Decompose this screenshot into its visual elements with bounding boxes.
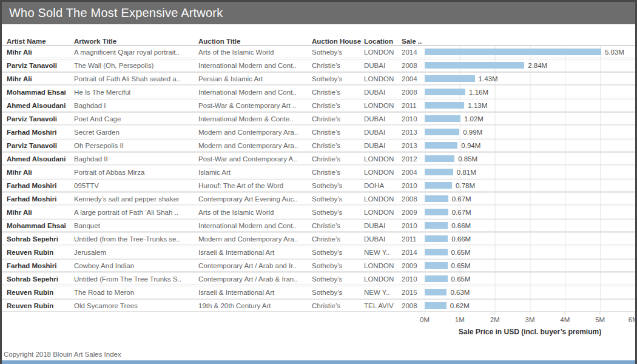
artwork-title-cell: Oh Persepolis II — [74, 142, 198, 149]
table-row[interactable]: Farhad Moshiri Kennedy’s salt and pepper… — [2, 192, 635, 205]
table-row[interactable]: Mohammad Ehsai Banquet International Mod… — [2, 219, 635, 232]
sale-price-bar[interactable] — [425, 182, 452, 189]
artwork-title-cell: A large portrait of Fath ’Ali Shah .. — [74, 209, 198, 216]
table-row[interactable]: Mohammad Ehsai He Is The Merciful Intern… — [2, 86, 635, 98]
table-row[interactable]: Reuven Rubin Old Sycamore Trees 19th & 2… — [2, 299, 635, 312]
column-header-artist-name[interactable]: Artist Name — [2, 38, 74, 45]
sale-year-cell: 2014 — [402, 249, 425, 256]
auction-title-cell: Persian & Islamic Art — [198, 75, 312, 83]
artwork-title-cell: Cowboy And Indian — [74, 262, 198, 269]
artist-name-cell: Parviz Tanavoli — [2, 62, 74, 69]
artist-name-cell: Parviz Tanavoli — [2, 142, 74, 149]
sale-price-bar[interactable] — [425, 222, 448, 229]
bar-value-label: 5.03M — [605, 49, 624, 56]
sale-year-cell: 2011 — [402, 235, 425, 243]
table-row[interactable]: Farhad Moshiri Cowboy And Indian Contemp… — [2, 259, 635, 272]
sale-price-bar[interactable] — [425, 209, 448, 215]
sale-price-bar[interactable] — [425, 102, 464, 109]
artist-name-cell: Reuven Rubin — [2, 289, 74, 296]
location-cell: DUBAI — [364, 62, 402, 69]
sale-price-bar[interactable] — [425, 195, 448, 202]
table-row[interactable]: Sohrab Sepehri Untitled (from the Tree-T… — [2, 232, 635, 245]
table-body: Mihr Ali A magnificent Qajar royal portr… — [2, 46, 635, 312]
location-cell: LONDON — [364, 169, 402, 176]
table-row[interactable]: Farhad Moshiri Secret Garden Modern and … — [2, 126, 635, 138]
auction-house-cell: Christie’s — [312, 129, 364, 136]
column-header-sale[interactable]: Sale .. — [402, 38, 425, 45]
auction-title-cell: Post-War & Contemporary Art .. — [198, 102, 312, 109]
bar-cell: 0.62M — [425, 302, 635, 309]
artist-name-cell: Mohammad Ehsai — [2, 222, 74, 229]
table-row[interactable]: Parviz Tanavoli Oh Persepolis II Modern … — [2, 139, 635, 152]
sale-price-bar[interactable] — [425, 129, 459, 135]
bottom-accent-strip — [2, 360, 635, 364]
sale-price-bar[interactable] — [425, 155, 454, 162]
table-row[interactable]: Reuven Rubin Jerusalem Israeli & Interna… — [2, 246, 635, 258]
column-header-artwork-title[interactable]: Artwork Title — [74, 38, 198, 45]
auction-title-cell: International Modern and Cont.. — [198, 89, 312, 96]
table-row[interactable]: Mihr Ali Portrait of Abbas Mirza Islamic… — [2, 166, 635, 178]
artwork-title-cell: Old Sycamore Trees — [74, 302, 198, 309]
column-header-auction-house[interactable]: Auction House — [312, 38, 364, 45]
table-row[interactable]: Parviz Tanavoli The Wall (Oh, Persepolis… — [2, 59, 635, 72]
column-header-row: Artist NameArtwork TitleAuction TitleAuc… — [2, 34, 635, 46]
table-row[interactable]: Farhad Moshiri 095TTV Hurouf: The Art of… — [2, 179, 635, 192]
sale-price-bar[interactable] — [425, 115, 460, 122]
sale-price-bar[interactable] — [425, 89, 465, 95]
sale-year-cell: 2008 — [402, 195, 425, 203]
table-row[interactable]: Reuven Rubin The Road to Meron Israeli &… — [2, 286, 635, 298]
bar-cell: 0.94M — [425, 142, 635, 149]
sale-year-cell: 2010 — [402, 275, 425, 283]
location-cell: DUBAI — [364, 235, 402, 243]
auction-house-cell: Christie’s — [312, 155, 364, 163]
sale-year-cell: 2004 — [402, 169, 425, 176]
bar-cell: 0.67M — [425, 209, 635, 216]
auction-house-cell: Sotheby’s — [312, 249, 364, 256]
sale-price-bar[interactable] — [425, 289, 447, 295]
bar-cell: 2.84M — [425, 62, 635, 69]
location-cell: LONDON — [364, 75, 402, 83]
sale-price-bar[interactable] — [425, 169, 453, 175]
auction-title-cell: Hurouf: The Art of the Word — [198, 182, 312, 189]
table-row[interactable]: Ahmed Alsoudani Baghdad I Post-War & Con… — [2, 99, 635, 112]
sale-price-bar[interactable] — [425, 49, 601, 55]
column-header-auction-title[interactable]: Auction Title — [198, 38, 312, 45]
location-cell: NEW Y.. — [364, 289, 402, 296]
auction-title-cell: Israeli & International Art — [198, 249, 312, 256]
bar-value-label: 0.99M — [463, 129, 482, 136]
visualization: Artist NameArtwork TitleAuction TitleAuc… — [2, 34, 635, 336]
sale-price-bar[interactable] — [425, 275, 448, 282]
x-axis-tick-marks — [425, 312, 635, 315]
location-cell: LONDON — [364, 195, 402, 203]
auction-house-cell: Sotheby’s — [312, 275, 364, 283]
sale-price-bar[interactable] — [425, 235, 448, 242]
title-bar: Who Sold The Most Expensive Artwork — [2, 2, 635, 24]
sale-price-bar[interactable] — [425, 142, 457, 149]
x-axis: 0M1M2M3M4M5M6M — [425, 312, 635, 326]
sale-price-bar[interactable] — [425, 249, 448, 255]
sale-price-bar[interactable] — [425, 75, 475, 82]
sale-price-bar[interactable] — [425, 262, 448, 269]
table-row[interactable]: Ahmed Alsoudani Baghdad II Post-War and … — [2, 152, 635, 165]
location-cell: DUBAI — [364, 115, 402, 123]
page-title: Who Sold The Most Expensive Artwork — [9, 6, 223, 20]
bar-value-label: 0.66M — [451, 222, 471, 229]
table-row[interactable]: Mihr Ali Portrait of Fath Ali Shah seate… — [2, 72, 635, 85]
column-header-location[interactable]: Location — [364, 38, 402, 45]
sale-price-bar[interactable] — [425, 62, 524, 69]
auction-house-cell: Sotheby’s — [312, 182, 364, 189]
artist-name-cell: Mihr Ali — [2, 49, 74, 56]
auction-title-cell: Arts of the Islamic World — [198, 49, 312, 56]
sale-year-cell: 2009 — [402, 209, 425, 216]
sale-price-bar[interactable] — [425, 302, 447, 309]
auction-title-cell: Contemporary Art / Arab and Ir.. — [198, 262, 312, 269]
artist-name-cell: Farhad Moshiri — [2, 262, 74, 269]
table-row[interactable]: Parviz Tanavoli Poet And Cage Internatio… — [2, 112, 635, 125]
table-row[interactable]: Sohrab Sepehri Untitled (From The Tree T… — [2, 272, 635, 285]
sale-year-cell: 2012 — [402, 155, 425, 163]
table-row[interactable]: Mihr Ali A magnificent Qajar royal portr… — [2, 46, 635, 58]
table-row[interactable]: Mihr Ali A large portrait of Fath ’Ali S… — [2, 206, 635, 218]
auction-title-cell: Contemporary Art Evening Auc.. — [198, 195, 312, 203]
bar-cell: 0.65M — [425, 249, 635, 256]
auction-title-cell: Post-War and Contemporary A.. — [198, 155, 312, 163]
